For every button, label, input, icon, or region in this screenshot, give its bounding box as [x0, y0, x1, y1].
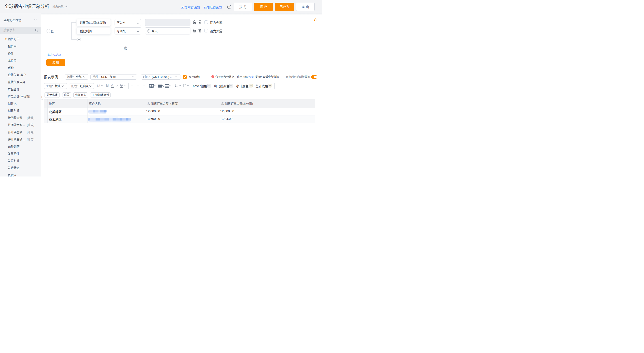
svg-text:?: ?	[228, 6, 230, 8]
svg-text:$: $	[222, 103, 223, 105]
svg-text:$: $	[148, 103, 149, 105]
